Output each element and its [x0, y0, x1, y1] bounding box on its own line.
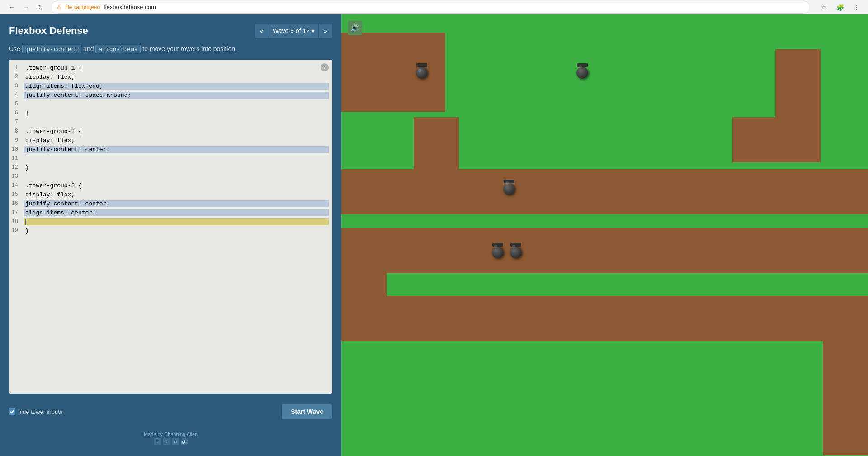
left-panel: Flexbox Defense « Wave 5 of 12 ▾ » Use j… — [0, 14, 341, 456]
top-bar: Flexbox Defense « Wave 5 of 12 ▾ » — [9, 24, 332, 38]
line-number-2: 2 — [9, 74, 24, 80]
code-line-3[interactable]: 3 align-items: flex-end; — [9, 81, 332, 90]
wave-selector[interactable]: Wave 5 of 12 ▾ — [269, 24, 319, 38]
line-content-15[interactable]: display: flex; — [24, 191, 329, 198]
social-icons: f t in gh — [9, 438, 332, 445]
instruction: Use justify-content and align-items to m… — [9, 45, 332, 52]
code-line-14[interactable]: 14.tower-group-3 { — [9, 181, 332, 190]
wave-prev-button[interactable]: « — [255, 24, 269, 38]
line-content-16[interactable]: justify-content: center; — [24, 200, 329, 207]
keyword-align-items: align-items — [95, 45, 141, 53]
twitter-icon[interactable]: t — [163, 438, 170, 445]
svg-rect-52 — [341, 162, 414, 169]
wave-label: Wave 5 of 12 — [273, 27, 310, 34]
line-content-6[interactable]: } — [24, 110, 329, 117]
line-content-8[interactable]: .tower-group-2 { — [24, 128, 329, 135]
code-line-1[interactable]: 1.tower-group-1 { — [9, 63, 332, 72]
svg-rect-56 — [341, 214, 823, 228]
bottom-bar: hide tower inputs Start Wave — [9, 401, 332, 423]
map-bg — [341, 14, 868, 456]
line-content-10[interactable]: justify-content: center; — [24, 146, 329, 153]
footer: Made by Channing Allen f t in gh — [9, 430, 332, 447]
line-content-18[interactable] — [24, 218, 329, 225]
code-line-7[interactable]: 7 — [9, 118, 332, 127]
line-content-2[interactable]: display: flex; — [24, 74, 329, 81]
start-wave-button[interactable]: Start Wave — [282, 404, 332, 419]
code-line-18[interactable]: 18 — [9, 217, 332, 226]
wave-dropdown-arrow: ▾ — [311, 27, 315, 34]
line-content-4[interactable]: justify-content: space-around; — [24, 92, 329, 99]
extension-button[interactable]: 🧩 — [834, 1, 846, 14]
code-line-6[interactable]: 6} — [9, 109, 332, 118]
svg-rect-48 — [445, 49, 775, 117]
back-button[interactable]: ← — [5, 1, 18, 14]
line-content-1[interactable]: .tower-group-1 { — [24, 65, 329, 71]
tower-3 — [503, 180, 515, 195]
nav-buttons: ← → ↻ — [5, 1, 47, 14]
reload-button[interactable]: ↻ — [34, 1, 47, 14]
keyword-justify-content: justify-content — [22, 45, 81, 53]
code-editor[interactable]: ? 1.tower-group-1 {2 display: flex;3 ali… — [9, 60, 332, 394]
code-line-9[interactable]: 9 display: flex; — [9, 136, 332, 145]
facebook-icon[interactable]: f — [154, 438, 161, 445]
help-icon[interactable]: ? — [321, 63, 329, 71]
instruction-and: and — [83, 45, 94, 52]
tower-2 — [576, 63, 588, 79]
linkedin-icon[interactable]: in — [172, 438, 179, 445]
wave-next-button[interactable]: » — [319, 24, 332, 38]
line-content-19[interactable]: } — [24, 228, 329, 234]
line-number-7: 7 — [9, 119, 24, 125]
github-icon[interactable]: gh — [181, 438, 188, 445]
code-line-10[interactable]: 10 justify-content: center; — [9, 145, 332, 154]
code-line-15[interactable]: 15 display: flex; — [9, 190, 332, 199]
line-content-14[interactable]: .tower-group-3 { — [24, 182, 329, 189]
instruction-text-before: Use — [9, 45, 20, 52]
line-number-19: 19 — [9, 228, 24, 234]
svg-rect-61 — [823, 214, 868, 228]
tower-5 — [510, 243, 522, 258]
sound-button[interactable]: 🔊 — [348, 21, 362, 35]
line-number-8: 8 — [9, 128, 24, 134]
code-line-17[interactable]: 17 align-items: center; — [9, 208, 332, 217]
line-number-16: 16 — [9, 200, 24, 207]
line-number-3: 3 — [9, 83, 24, 89]
line-content-3[interactable]: align-items: flex-end; — [24, 83, 329, 90]
code-line-5[interactable]: 5 — [9, 100, 332, 109]
more-button[interactable]: ⋮ — [850, 1, 863, 14]
line-number-15: 15 — [9, 191, 24, 198]
line-number-13: 13 — [9, 173, 24, 180]
footer-credit: Made by Channing Allen — [9, 432, 332, 437]
line-content-12[interactable]: } — [24, 164, 329, 171]
hide-inputs-label[interactable]: hide tower inputs — [9, 408, 62, 415]
code-line-13[interactable]: 13 — [9, 172, 332, 181]
forward-button[interactable]: → — [20, 1, 33, 14]
svg-rect-60 — [823, 296, 868, 455]
code-line-16[interactable]: 16 justify-content: center; — [9, 199, 332, 208]
code-line-2[interactable]: 2 display: flex; — [9, 72, 332, 81]
hide-inputs-checkbox[interactable] — [9, 408, 15, 415]
browser-actions: ☆ 🧩 ⋮ — [817, 1, 863, 14]
svg-rect-53 — [459, 162, 775, 169]
line-number-18: 18 — [9, 218, 24, 225]
game-map-overlay — [341, 14, 868, 456]
address-bar[interactable]: ⚠ Не защищено flexboxdefense.com — [51, 1, 810, 14]
code-line-11[interactable]: 11 — [9, 154, 332, 163]
code-lines: 1.tower-group-1 {2 display: flex;3 align… — [9, 60, 332, 239]
code-line-4[interactable]: 4 justify-content: space-around; — [9, 90, 332, 100]
code-line-12[interactable]: 12} — [9, 163, 332, 172]
browser-chrome: ← → ↻ ⚠ Не защищено flexboxdefense.com ☆… — [0, 0, 868, 14]
line-number-14: 14 — [9, 182, 24, 189]
line-content-17[interactable]: align-items: center; — [24, 209, 329, 216]
bookmark-button[interactable]: ☆ — [817, 1, 830, 14]
code-line-19[interactable]: 19} — [9, 226, 332, 235]
line-number-6: 6 — [9, 110, 24, 116]
line-content-9[interactable]: display: flex; — [24, 137, 329, 144]
line-number-5: 5 — [9, 101, 24, 107]
security-text: Не защищено — [65, 4, 100, 10]
game-title: Flexbox Defense — [9, 25, 88, 37]
svg-rect-58 — [341, 296, 868, 341]
sound-icon: 🔊 — [350, 24, 359, 33]
svg-rect-49 — [445, 117, 732, 162]
code-line-8[interactable]: 8.tower-group-2 { — [9, 127, 332, 136]
hide-inputs-text: hide tower inputs — [18, 408, 62, 415]
